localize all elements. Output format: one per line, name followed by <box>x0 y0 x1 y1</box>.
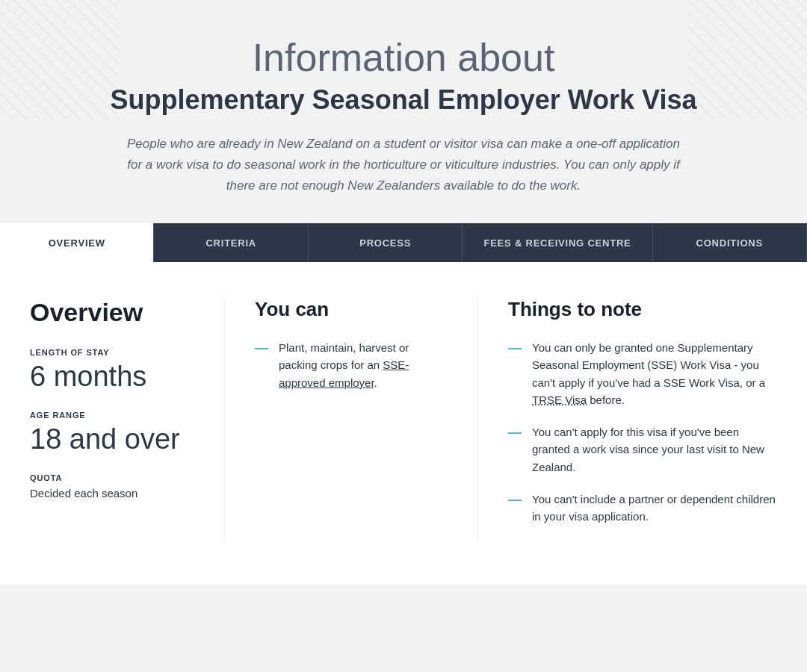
overview-column: Overview LENGTH OF STAY 6 months AGE RAN… <box>30 298 224 540</box>
note-item-1-text: You can only be granted one Supplementar… <box>532 339 777 408</box>
length-of-stay-value: 6 months <box>30 361 194 393</box>
page-title-bold: Supplementary Seasonal Employer Work Vis… <box>90 84 717 116</box>
page-header: Information about Supplementary Seasonal… <box>0 0 807 223</box>
list-item: — You can't include a partner or depende… <box>508 491 777 526</box>
trse-visa-link[interactable]: TRSE Visa <box>532 393 587 406</box>
you-can-list: — Plant, maintain, harvest or packing cr… <box>255 339 448 391</box>
list-item: — You can only be granted one Supplement… <box>508 339 777 408</box>
bullet-dash-icon: — <box>508 423 522 476</box>
list-item: — Plant, maintain, harvest or packing cr… <box>255 339 448 391</box>
tab-overview[interactable]: OVERVIEW <box>0 223 154 262</box>
bullet-dash-icon: — <box>255 339 268 391</box>
bg-pattern-right <box>687 0 807 119</box>
page-subtitle: People who are already in New Zealand on… <box>127 134 680 196</box>
things-to-note-heading: Things to note <box>508 298 777 321</box>
main-navigation: OVERVIEW CRITERIA PROCESS FEES & RECEIVI… <box>0 223 807 262</box>
age-range-value: 18 and over <box>30 424 194 455</box>
bg-pattern-left <box>0 0 120 119</box>
you-can-item-text: Plant, maintain, harvest or packing crop… <box>279 339 448 391</box>
things-to-note-column: Things to note — You can only be granted… <box>478 298 777 540</box>
tab-process[interactable]: PROCESS <box>309 223 463 262</box>
content-area: Overview LENGTH OF STAY 6 months AGE RAN… <box>0 262 807 585</box>
note-item-2-text: You can't apply for this visa if you've … <box>532 423 777 476</box>
tab-conditions[interactable]: CONDITIONS <box>653 223 807 262</box>
you-can-text-after: . <box>374 376 377 389</box>
note-item-3-text: You can't include a partner or dependent… <box>532 491 777 526</box>
things-to-note-list: — You can only be granted one Supplement… <box>508 339 777 525</box>
tab-fees[interactable]: FEES & RECEIVING CENTRE <box>463 223 652 262</box>
tab-criteria[interactable]: CRITERIA <box>154 223 308 262</box>
you-can-heading: You can <box>255 298 448 321</box>
you-can-column: You can — Plant, maintain, harvest or pa… <box>224 298 478 540</box>
page-title-light: Information about <box>90 36 717 81</box>
list-item: — You can't apply for this visa if you'v… <box>508 423 777 476</box>
bullet-dash-icon: — <box>508 491 522 526</box>
quota-value: Decided each season <box>30 487 194 500</box>
bullet-dash-icon: — <box>508 339 522 408</box>
overview-heading: Overview <box>30 298 194 327</box>
age-range-label: AGE RANGE <box>30 411 194 420</box>
quota-label: QUOTA <box>30 473 194 482</box>
length-of-stay-label: LENGTH OF STAY <box>30 348 194 357</box>
